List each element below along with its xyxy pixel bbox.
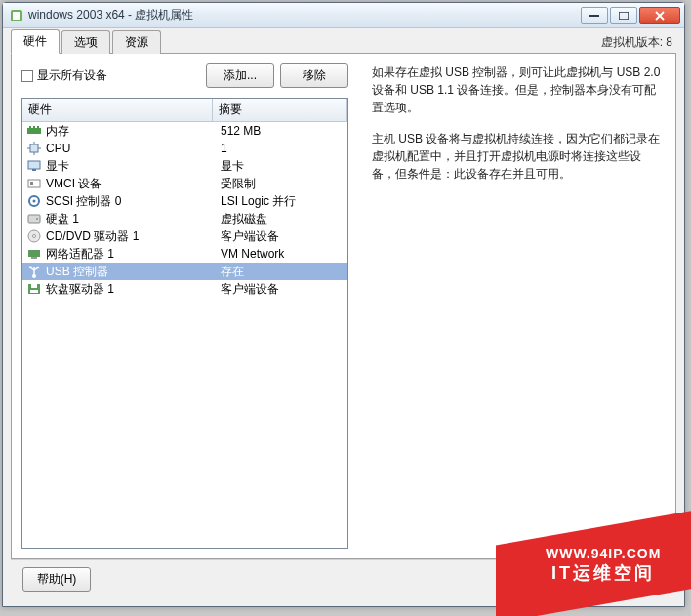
table-row[interactable]: VMCI 设备受限制 [22, 175, 347, 192]
hardware-summary: VM Network [215, 247, 346, 261]
show-all-devices-label: 显示所有设备 [37, 67, 107, 84]
remove-button[interactable]: 移除 [280, 63, 348, 88]
show-all-devices-checkbox[interactable]: 显示所有设备 [21, 67, 200, 84]
svg-rect-21 [28, 215, 40, 223]
svg-rect-34 [31, 284, 37, 288]
svg-rect-10 [30, 144, 38, 152]
svg-rect-1 [13, 12, 20, 20]
table-row[interactable]: 软盘驱动器 1客户端设备 [22, 280, 347, 298]
hardware-summary: 客户端设备 [215, 281, 346, 298]
svg-rect-8 [33, 126, 35, 128]
table-row[interactable]: 硬盘 1虚拟磁盘 [22, 210, 347, 227]
checkbox-icon [21, 70, 33, 82]
cpu-icon [24, 142, 44, 155]
watermark-text: IT运维空间 [551, 561, 655, 585]
hardware-summary: 显卡 [215, 158, 346, 175]
vm-properties-window: windows 2003 x64 - 虚拟机属性 硬件 选项 资源 虚拟机版本:… [2, 2, 685, 607]
hardware-name: CD/DVD 驱动器 1 [44, 228, 215, 245]
svg-rect-7 [29, 126, 31, 128]
table-row[interactable]: USB 控制器存在 [22, 263, 347, 280]
hardware-name: VMCI 设备 [44, 176, 215, 192]
svg-rect-3 [619, 12, 629, 20]
detail-pane: 如果存在虚拟 USB 控制器，则可让此虚拟机与 USB 2.0 设备和 USB … [358, 54, 675, 558]
col-hardware[interactable]: 硬件 [22, 99, 213, 121]
hardware-name: SCSI 控制器 0 [44, 193, 215, 210]
svg-rect-25 [28, 250, 40, 257]
svg-rect-18 [30, 182, 33, 185]
tab-hardware[interactable]: 硬件 [11, 29, 60, 54]
hardware-list: 硬件 摘要 内存512 MBCPU1显卡显卡VMCI 设备受限制SCSI 控制器… [21, 98, 348, 549]
nic-icon [24, 248, 44, 260]
maximize-button[interactable] [610, 7, 637, 24]
tab-strip: 硬件 选项 资源 虚拟机版本: 8 [11, 32, 676, 54]
hardware-name: 软盘驱动器 1 [44, 281, 215, 298]
table-row[interactable]: 网络适配器 1VM Network [22, 245, 347, 263]
window-buttons [581, 7, 680, 24]
table-row[interactable]: 内存512 MB [22, 122, 347, 140]
vmci-icon [24, 178, 44, 189]
watermark-url: WWW.94IP.COM [546, 546, 661, 561]
svg-point-20 [33, 200, 36, 203]
svg-rect-15 [28, 161, 40, 169]
floppy-icon [24, 283, 44, 295]
svg-rect-17 [28, 180, 40, 187]
svg-point-22 [36, 218, 38, 220]
app-icon [9, 8, 24, 23]
table-row[interactable]: SCSI 控制器 0LSI Logic 并行 [22, 192, 347, 210]
memory-icon [24, 126, 44, 136]
hardware-summary: 客户端设备 [215, 228, 346, 245]
svg-rect-6 [27, 128, 41, 134]
svg-rect-26 [31, 257, 37, 259]
list-body: 内存512 MBCPU1显卡显卡VMCI 设备受限制SCSI 控制器 0LSI … [22, 122, 347, 298]
tab-resources[interactable]: 资源 [112, 30, 161, 54]
svg-rect-2 [589, 15, 599, 17]
cd-icon [24, 229, 44, 243]
table-row[interactable]: CD/DVD 驱动器 1客户端设备 [22, 227, 347, 245]
list-header: 硬件 摘要 [22, 99, 347, 122]
hardware-name: 网络适配器 1 [44, 246, 215, 263]
svg-rect-9 [37, 126, 39, 128]
svg-rect-32 [29, 267, 31, 268]
close-button[interactable] [639, 7, 680, 24]
hardware-summary: 受限制 [215, 176, 346, 192]
scsi-icon [24, 194, 44, 208]
tab-options[interactable]: 选项 [61, 30, 110, 54]
hardware-name: USB 控制器 [44, 264, 215, 280]
tab-panel: 显示所有设备 添加... 移除 硬件 摘要 内存512 MBCPU1显卡显卡VM… [11, 54, 676, 559]
disk-icon [24, 213, 44, 225]
hardware-pane: 显示所有设备 添加... 移除 硬件 摘要 内存512 MBCPU1显卡显卡VM… [12, 54, 358, 558]
svg-rect-35 [30, 290, 38, 293]
hardware-name: 内存 [44, 123, 215, 140]
video-icon [24, 160, 44, 172]
detail-paragraph-2: 主机 USB 设备将与虚拟机持续连接，因为它们都记录在虚拟机配置中，并且打开虚拟… [372, 130, 662, 183]
table-row[interactable]: 显卡显卡 [22, 157, 347, 175]
detail-paragraph-1: 如果存在虚拟 USB 控制器，则可让此虚拟机与 USB 2.0 设备和 USB … [372, 63, 662, 116]
hardware-summary: 存在 [215, 264, 346, 280]
svg-point-31 [37, 267, 39, 268]
help-button[interactable]: 帮助(H) [22, 567, 91, 592]
hardware-summary: 1 [215, 142, 346, 155]
minimize-button[interactable] [581, 7, 608, 24]
hardware-controls: 显示所有设备 添加... 移除 [21, 63, 348, 88]
add-button[interactable]: 添加... [206, 63, 274, 88]
col-summary[interactable]: 摘要 [213, 99, 347, 121]
hardware-summary: 虚拟磁盘 [215, 211, 346, 227]
svg-point-24 [33, 235, 36, 238]
hardware-summary: LSI Logic 并行 [215, 193, 346, 210]
usb-icon [24, 265, 44, 278]
table-row[interactable]: CPU1 [22, 140, 347, 157]
hardware-name: 显卡 [44, 158, 215, 175]
window-title: windows 2003 x64 - 虚拟机属性 [28, 7, 581, 23]
hardware-summary: 512 MB [215, 124, 346, 138]
titlebar: windows 2003 x64 - 虚拟机属性 [3, 3, 684, 28]
content-area: 硬件 选项 资源 虚拟机版本: 8 显示所有设备 添加... 移除 硬件 [3, 28, 684, 606]
svg-rect-16 [32, 169, 36, 171]
hardware-name: 硬盘 1 [44, 211, 215, 227]
vm-version-label: 虚拟机版本: 8 [601, 34, 676, 53]
hardware-name: CPU [44, 142, 215, 155]
